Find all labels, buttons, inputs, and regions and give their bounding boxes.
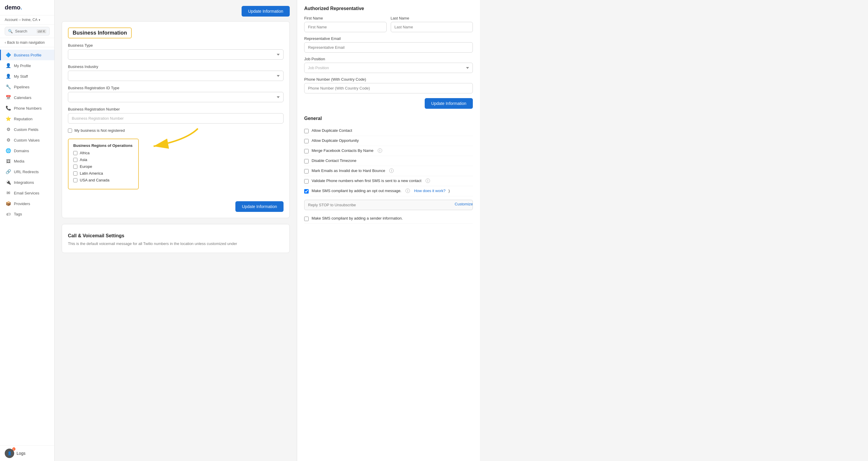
sidebar-item-my-profile[interactable]: 👤 My Profile [0,60,54,71]
disable-timezone-item: Disable Contact Timezone [304,156,473,166]
reply-stop-input[interactable] [304,200,473,210]
sidebar-item-calendars[interactable]: 📅 Calendars [0,92,54,103]
search-button[interactable]: 🔍 Search ctrl K [5,27,50,35]
center-panel: Update Information Business Information … [55,0,297,461]
avatar-initials: 👤 [7,451,12,455]
calendars-icon: 📅 [6,95,11,100]
business-info-title: Business Information [68,27,132,38]
region-asia-checkbox[interactable] [73,158,78,162]
sidebar-item-email-services[interactable]: ✉ Email Services [0,188,54,198]
sidebar-bottom: 👤 2 Logs [0,445,54,461]
sidebar-item-reputation[interactable]: ⭐ Reputation [0,113,54,124]
customize-link[interactable]: Customize [455,202,473,206]
sidebar-item-pipelines[interactable]: 🔧 Pipelines [0,82,54,92]
sidebar-item-label: Email Services [14,191,39,195]
sidebar-item-business-profile[interactable]: 🔷 Business Profile [0,50,54,60]
merge-facebook-item: Merge Facebook Contacts By Name i [304,146,473,156]
business-industry-group: Business Industry [68,64,283,81]
sidebar-item-label: Reputation [14,117,32,121]
rep-update-button[interactable]: Update Information [425,98,473,109]
validate-phone-info-icon[interactable]: i [426,178,430,183]
sidebar-item-label: Pipelines [14,85,30,89]
regions-card: Business Regions of Operations Africa As… [68,139,139,190]
sidebar-item-tags[interactable]: 🏷 Tags [0,209,54,219]
back-label: Back to main navigation [7,40,44,45]
sidebar-item-my-staff[interactable]: 👤 My Staff [0,71,54,82]
authorized-rep-title: Authorized Representative [304,6,473,11]
sidebar-item-label: Business Profile [14,53,41,57]
how-does-it-work-link[interactable]: How does it work? [414,189,445,193]
merge-facebook-info-icon[interactable]: i [378,148,382,153]
email-services-icon: ✉ [6,190,11,196]
disable-timezone-checkbox[interactable] [304,159,309,164]
region-europe-label: Europe [80,164,92,169]
first-name-input[interactable] [304,22,386,32]
logs-label[interactable]: Logs [17,451,25,456]
phone-group: Phone Number (With Country Code) [304,77,473,93]
nav-items: 🔷 Business Profile 👤 My Profile 👤 My Sta… [0,47,54,445]
dup-contact-checkbox[interactable] [304,129,309,133]
top-update-button[interactable]: Update Information [242,6,290,17]
merge-facebook-checkbox[interactable] [304,149,309,153]
region-item-asia: Asia [73,157,133,162]
name-row: First Name Last Name [304,16,473,36]
job-position-select[interactable]: Job Position [304,63,473,73]
last-name-label: Last Name [391,16,473,20]
account-label: Account -- Irvine, CA [5,18,37,22]
mark-invalid-info-icon[interactable]: i [389,168,394,173]
back-nav[interactable]: ‹ Back to main navigation [0,38,54,47]
sidebar-item-custom-values[interactable]: ⚙ Custom Values [0,135,54,145]
business-industry-label: Business Industry [68,64,283,69]
not-registered-checkbox[interactable] [68,128,72,133]
region-latin-checkbox[interactable] [73,171,78,176]
business-industry-select[interactable] [68,70,283,81]
region-europe-checkbox[interactable] [73,165,78,169]
sidebar-item-url-redirects[interactable]: 🔗 URL Redirects [0,166,54,177]
notification-badge: 2 [12,448,16,451]
dup-contact-item: Allow Duplicate Contact [304,126,473,136]
business-info-update-button[interactable]: Update Information [236,201,283,212]
url-redirects-icon: 🔗 [6,169,11,174]
sidebar-item-custom-fields[interactable]: ⚙ Custom Fields [0,124,54,135]
my-profile-icon: 👤 [6,63,11,68]
last-name-input[interactable] [391,22,473,32]
business-type-select[interactable] [68,49,283,60]
validate-phone-checkbox[interactable] [304,179,309,183]
reg-number-input[interactable] [68,113,283,123]
account-selector[interactable]: Account -- Irvine, CA ▾ [0,16,54,25]
make-sender-checkbox[interactable] [304,217,309,221]
business-type-label: Business Type [68,43,283,48]
sms-compliant-checkbox[interactable] [304,189,309,194]
reputation-icon: ⭐ [6,116,11,121]
make-sender-label: Make SMS compliant by adding a sender in… [312,216,403,221]
sidebar-item-label: My Staff [14,74,28,79]
sidebar-item-integrations[interactable]: 🔌 Integrations [0,177,54,188]
regions-title: Business Regions of Operations [73,143,133,148]
dup-opportunity-checkbox[interactable] [304,139,309,143]
rep-email-group: Representative Email [304,36,473,53]
my-staff-icon: 👤 [6,74,11,79]
sidebar-item-phone-numbers[interactable]: 📞 Phone Numbers [0,103,54,113]
avatar[interactable]: 👤 2 [5,449,14,458]
validate-phone-label: Validate Phone numbers when first SMS is… [312,178,422,183]
sidebar: demo. Account -- Irvine, CA ▾ 🔍 Search c… [0,0,55,461]
region-usa-checkbox[interactable] [73,178,78,182]
business-info-card: Business Information Business Type Busin… [62,21,290,218]
reg-id-type-select[interactable] [68,92,283,102]
custom-fields-icon: ⚙ [6,127,11,132]
sidebar-item-providers[interactable]: 📦 Providers [0,198,54,209]
sidebar-item-label: Phone Numbers [14,106,42,111]
phone-input[interactable] [304,83,473,93]
search-shortcut: ctrl K [37,29,46,33]
region-africa-checkbox[interactable] [73,151,78,155]
mark-invalid-item: Mark Emails as Invalid due to Hard Bounc… [304,166,473,176]
right-panel: Authorized Representative First Name Las… [297,0,480,461]
sidebar-item-media[interactable]: 🖼 Media [0,156,54,166]
integrations-icon: 🔌 [6,180,11,185]
mark-invalid-checkbox[interactable] [304,169,309,173]
sidebar-item-label: Providers [14,202,30,206]
first-name-group: First Name [304,16,386,32]
sms-compliant-info-icon[interactable]: i [405,189,410,193]
rep-email-input[interactable] [304,42,473,53]
sidebar-item-domains[interactable]: 🌐 Domains [0,145,54,156]
